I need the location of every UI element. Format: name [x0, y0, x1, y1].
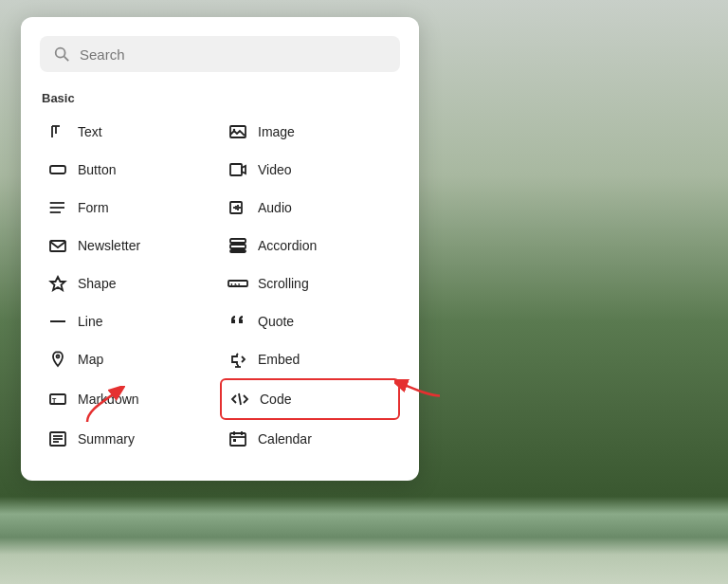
accordion-icon	[228, 235, 248, 256]
svg-rect-18	[230, 245, 246, 248]
code-icon	[229, 389, 250, 410]
svg-line-28	[239, 393, 241, 405]
audio-icon	[228, 197, 248, 218]
image-label: Image	[258, 124, 295, 139]
line-label: Line	[78, 314, 102, 329]
scrolling-icon: ΙAΙ	[228, 273, 248, 294]
map-label: Map	[78, 352, 103, 367]
button-icon	[47, 159, 68, 180]
newsletter-icon	[47, 235, 68, 256]
line-icon	[47, 311, 68, 332]
svg-point-14	[50, 211, 52, 213]
item-line[interactable]: Line	[40, 302, 220, 340]
svg-point-12	[50, 202, 52, 204]
svg-point-13	[50, 207, 52, 209]
quote-label: Quote	[258, 314, 294, 329]
quote-icon	[228, 311, 248, 332]
markdown-label: Markdown	[78, 392, 139, 407]
item-markdown[interactable]: T Markdown	[40, 378, 220, 420]
calendar-icon	[228, 429, 248, 449]
item-button[interactable]: Button	[40, 151, 220, 189]
item-form[interactable]: Form	[40, 189, 220, 227]
item-audio[interactable]: Audio	[220, 189, 400, 227]
item-image[interactable]: Image	[220, 113, 400, 151]
svg-point-0	[56, 48, 65, 58]
item-text[interactable]: Text	[40, 113, 220, 151]
svg-rect-19	[230, 250, 246, 252]
summary-label: Summary	[78, 431, 135, 447]
svg-point-23	[57, 356, 60, 358]
button-label: Button	[78, 162, 116, 177]
form-label: Form	[78, 200, 109, 215]
item-map[interactable]: Map	[40, 340, 220, 378]
item-newsletter[interactable]: Newsletter	[40, 227, 220, 265]
search-input[interactable]	[80, 46, 387, 63]
item-quote[interactable]: Quote	[220, 302, 400, 340]
svg-point-6	[233, 129, 235, 131]
map-icon	[47, 349, 68, 370]
svg-text:T: T	[52, 397, 57, 404]
markdown-icon: T	[47, 389, 68, 410]
item-scrolling[interactable]: ΙAΙ Scrolling	[220, 265, 400, 302]
form-icon	[47, 197, 68, 218]
item-summary[interactable]: Summary	[40, 420, 220, 458]
shape-icon	[47, 273, 68, 294]
svg-rect-37	[233, 439, 236, 442]
text-label: Text	[78, 124, 102, 139]
scrolling-label: Scrolling	[258, 276, 309, 291]
text-icon	[47, 121, 68, 142]
search-icon	[53, 46, 70, 63]
component-panel: Basic Text Image	[21, 17, 419, 481]
item-video[interactable]: Video	[220, 151, 400, 189]
svg-rect-16	[50, 241, 65, 251]
svg-text:ΙAΙ: ΙAΙ	[230, 282, 241, 289]
shape-label: Shape	[78, 276, 116, 291]
svg-rect-33	[230, 433, 246, 446]
item-calendar[interactable]: Calendar	[220, 420, 400, 458]
item-embed[interactable]: Embed	[220, 340, 400, 378]
svg-rect-17	[230, 239, 246, 243]
embed-icon	[228, 349, 248, 370]
summary-icon	[47, 429, 68, 449]
svg-rect-7	[50, 166, 65, 173]
calendar-label: Calendar	[258, 431, 312, 447]
svg-line-1	[64, 57, 69, 61]
item-shape[interactable]: Shape	[40, 265, 220, 302]
section-label: Basic	[40, 91, 400, 105]
image-icon	[228, 121, 248, 142]
svg-rect-8	[230, 164, 242, 175]
item-accordion[interactable]: Accordion	[220, 227, 400, 265]
video-label: Video	[258, 162, 292, 177]
item-code[interactable]: Code	[220, 378, 400, 420]
video-icon	[228, 159, 248, 180]
embed-label: Embed	[258, 352, 300, 367]
accordion-label: Accordion	[258, 238, 317, 253]
items-grid: Text Image Button	[40, 113, 400, 458]
audio-label: Audio	[258, 200, 292, 215]
newsletter-label: Newsletter	[78, 238, 140, 253]
code-label: Code	[260, 392, 291, 407]
search-bar[interactable]	[40, 36, 400, 72]
